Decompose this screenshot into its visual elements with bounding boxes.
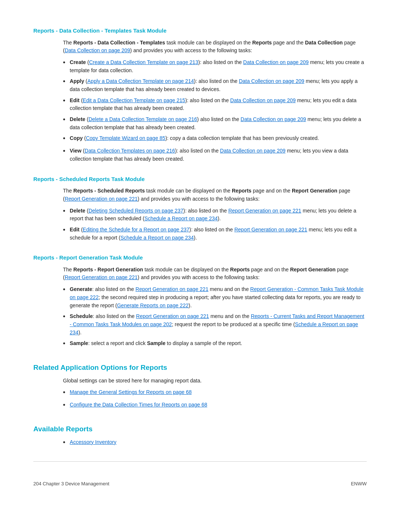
link-edit-template-215[interactable]: Edit a Data Collection Template on page … xyxy=(83,97,185,103)
bullet-dot: • xyxy=(63,115,65,125)
list-item: • View (Data Collection Templates on pag… xyxy=(63,147,367,163)
page-content: Reports - Data Collection - Templates Ta… xyxy=(33,27,367,487)
link-manage-general-settings-68[interactable]: Manage the General Settings for Reports … xyxy=(70,389,191,395)
bullet-list-available-reports: • Accessory Inventory xyxy=(63,438,367,448)
link-copy-template-85[interactable]: Copy Template Wizard on page 85 xyxy=(86,135,166,141)
section-heading-scheduled-reports: Reports - Scheduled Reports Task Module xyxy=(33,175,367,184)
bullet-list-related-options: • Manage the General Settings for Report… xyxy=(63,388,367,411)
section-heading-report-generation: Reports - Report Generation Task Module xyxy=(33,254,367,262)
list-item: • Copy (Copy Template Wizard on page 85)… xyxy=(63,134,367,144)
link-report-generation-common-222[interactable]: Report Generation - Common Tasks Task Mo… xyxy=(70,286,363,300)
main-heading-related-options: Related Application Options for Reports xyxy=(33,362,367,373)
footer-right: ENWW xyxy=(351,480,367,488)
footer-divider xyxy=(33,461,367,462)
link-delete-template-216[interactable]: Delete a Data Collection Template on pag… xyxy=(89,116,197,122)
list-item: • Accessory Inventory xyxy=(63,438,367,448)
section-intro-report-generation: The Reports - Report Generation task mod… xyxy=(63,266,367,282)
link-view-template-216[interactable]: Data Collection Templates on page 216 xyxy=(85,148,175,154)
section-intro-scheduled-reports: The Reports - Scheduled Reports task mod… xyxy=(63,187,367,203)
link-report-generation-221-6[interactable]: Report Generation on page 221 xyxy=(136,313,209,319)
bullet-dot: • xyxy=(63,339,65,349)
section-intro-data-collection: The Reports - Data Collection - Template… xyxy=(63,39,367,55)
link-apply-template-214[interactable]: Apply a Data Collection Template on page… xyxy=(87,78,194,84)
bullet-dot: • xyxy=(63,206,65,217)
bullet-dot: • xyxy=(63,96,65,106)
link-data-collection-209-2[interactable]: Data Collection on page 209 xyxy=(243,59,309,65)
link-report-generation-221-5[interactable]: Report Generation on page 221 xyxy=(136,286,209,292)
main-heading-available-reports: Available Reports xyxy=(33,424,367,435)
link-editing-schedule-237[interactable]: Editing the Schedule for a Report on pag… xyxy=(83,227,189,232)
bullet-list-report-generation: • Generate: also listed on the Report Ge… xyxy=(63,285,367,349)
bullet-dot: • xyxy=(63,438,65,448)
link-accessory-inventory[interactable]: Accessory Inventory xyxy=(70,439,116,445)
bullet-dot: • xyxy=(63,134,65,144)
bullet-dot: • xyxy=(63,58,65,68)
bullet-dot: • xyxy=(63,388,65,398)
link-schedule-report-234-1[interactable]: Schedule a Report on page 234 xyxy=(144,215,218,221)
link-report-generation-221-2[interactable]: Report Generation on page 221 xyxy=(228,208,301,214)
bullet-dot: • xyxy=(63,146,65,157)
footer-left: 204 Chapter 3 Device Management xyxy=(33,480,109,488)
list-item: • Schedule: also listed on the Report Ge… xyxy=(63,312,367,337)
link-report-generation-221-3[interactable]: Report Generation on page 221 xyxy=(234,227,307,232)
link-schedule-report-234-2[interactable]: Schedule a Report on page 234 xyxy=(120,235,194,241)
link-data-collection-209-4[interactable]: Data Collection on page 209 xyxy=(230,97,296,103)
list-item: • Delete (Deleting Scheduled Reports on … xyxy=(63,207,367,223)
list-item: • Delete (Delete a Data Collection Templ… xyxy=(63,116,367,131)
list-item: • Create (Create a Data Collection Templ… xyxy=(63,58,367,74)
link-data-collection-209-6[interactable]: Data Collection on page 209 xyxy=(220,148,286,154)
bullet-list-data-collection-templates: • Create (Create a Data Collection Templ… xyxy=(63,58,367,163)
list-item: • Edit (Edit a Data Collection Template … xyxy=(63,97,367,113)
bullet-dot: • xyxy=(63,312,65,322)
footer: 204 Chapter 3 Device Management ENWW xyxy=(33,480,367,488)
link-create-template-213[interactable]: Create a Data Collection Template on pag… xyxy=(89,59,198,65)
bullet-dot: • xyxy=(63,400,65,411)
list-item: • Generate: also listed on the Report Ge… xyxy=(63,285,367,310)
bullet-dot: • xyxy=(63,285,65,295)
section-heading-data-collection-templates: Reports - Data Collection - Templates Ta… xyxy=(33,27,367,35)
bullet-list-scheduled-reports: • Delete (Deleting Scheduled Reports on … xyxy=(63,207,367,242)
link-data-collection-209-1[interactable]: Data Collection on page 209 xyxy=(65,47,130,53)
link-data-collection-209-3[interactable]: Data Collection on page 209 xyxy=(239,78,304,84)
link-report-generation-221-1[interactable]: Report Generation on page 221 xyxy=(65,196,138,202)
bullet-dot: • xyxy=(63,225,65,235)
link-data-collection-209-5[interactable]: Data Collection on page 209 xyxy=(241,116,306,122)
bullet-dot: • xyxy=(63,77,65,87)
link-configure-data-collection-68[interactable]: Configure the Data Collection Times for … xyxy=(70,402,207,408)
list-item: • Edit (Editing the Schedule for a Repor… xyxy=(63,226,367,242)
list-item: • Apply (Apply a Data Collection Templat… xyxy=(63,77,367,93)
list-item: • Configure the Data Collection Times fo… xyxy=(63,401,367,411)
link-deleting-scheduled-237[interactable]: Deleting Scheduled Reports on page 237 xyxy=(89,208,183,214)
related-options-intro: Global settings can be stored here for m… xyxy=(63,377,367,385)
link-generate-reports-222[interactable]: Generate Reports on page 222 xyxy=(117,302,189,308)
link-report-generation-221-4[interactable]: Report Generation on page 221 xyxy=(65,274,138,280)
list-item: • Sample: select a report and click Samp… xyxy=(63,339,367,349)
list-item: • Manage the General Settings for Report… xyxy=(63,388,367,398)
